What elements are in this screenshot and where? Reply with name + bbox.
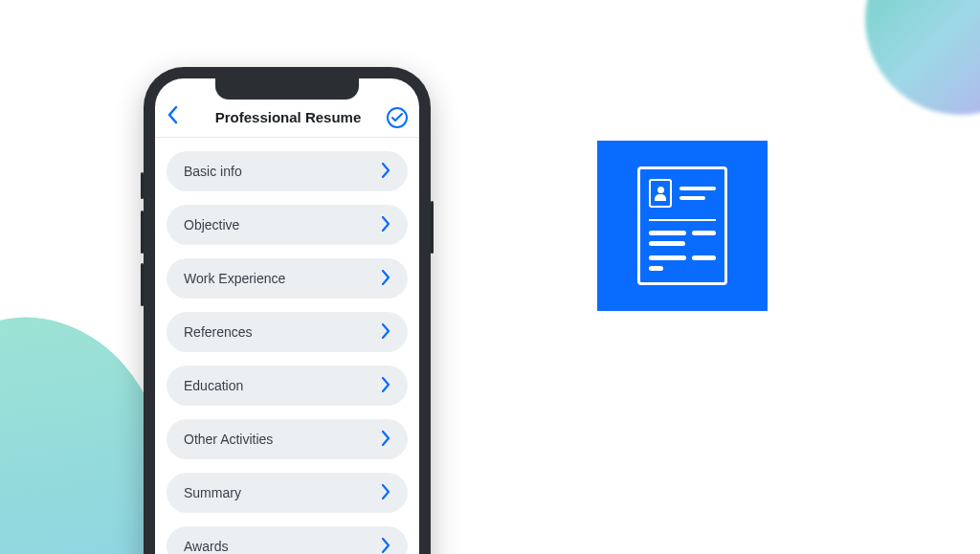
- page-title: Professional Resume: [215, 109, 362, 125]
- decorative-blob-top-right: [865, 0, 980, 115]
- avatar-icon: [649, 179, 672, 208]
- resume-icon-header-lines: [679, 179, 716, 208]
- phone-power-button: [431, 201, 434, 254]
- menu-item-work-experience[interactable]: Work Experience: [167, 258, 408, 299]
- menu-item-label: Awards: [184, 539, 228, 554]
- phone-mockup: Professional Resume Basic info Objective: [144, 67, 431, 554]
- menu-item-label: Summary: [184, 485, 241, 500]
- menu-item-basic-info[interactable]: Basic info: [167, 151, 408, 191]
- phone-body: Professional Resume Basic info Objective: [144, 67, 431, 554]
- resume-icon-divider: [649, 219, 716, 221]
- menu-item-label: Basic info: [184, 164, 242, 179]
- check-icon: [391, 113, 403, 122]
- menu-item-references[interactable]: References: [167, 312, 408, 352]
- menu-item-label: Work Experience: [184, 271, 285, 286]
- done-button[interactable]: [387, 107, 408, 128]
- chevron-right-icon: [382, 214, 390, 236]
- chevron-right-icon: [382, 321, 390, 343]
- chevron-right-icon: [382, 161, 390, 183]
- menu-item-label: Objective: [184, 217, 239, 233]
- app-icon-tile: [597, 141, 768, 311]
- chevron-right-icon: [382, 536, 390, 555]
- chevron-right-icon: [382, 375, 390, 397]
- chevron-right-icon: [382, 429, 390, 451]
- back-button[interactable]: [167, 105, 189, 130]
- resume-icon-header: [649, 179, 716, 208]
- menu-item-objective[interactable]: Objective: [167, 205, 408, 245]
- phone-screen: Professional Resume Basic info Objective: [155, 78, 419, 554]
- chevron-left-icon: [167, 105, 178, 124]
- menu-item-other-activities[interactable]: Other Activities: [167, 419, 408, 459]
- menu-item-label: Other Activities: [184, 432, 273, 447]
- resume-icon-body-lines: [649, 231, 716, 271]
- chevron-right-icon: [382, 482, 390, 504]
- resume-document-icon: [637, 166, 727, 285]
- menu-item-summary[interactable]: Summary: [167, 473, 408, 513]
- resume-sections-list: Basic info Objective Work Experience: [155, 138, 419, 554]
- phone-notch: [215, 78, 359, 100]
- menu-item-label: References: [184, 324, 253, 340]
- menu-item-label: Education: [184, 378, 243, 393]
- menu-item-education[interactable]: Education: [167, 366, 408, 406]
- menu-item-awards[interactable]: Awards: [167, 526, 408, 554]
- chevron-right-icon: [382, 268, 390, 290]
